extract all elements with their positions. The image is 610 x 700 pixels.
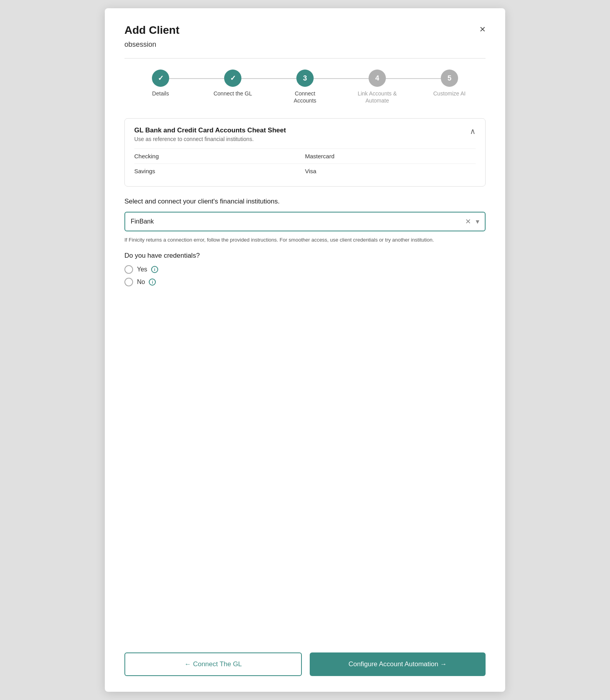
cheat-sheet-cell-right: Mastercard — [305, 153, 476, 159]
radio-label-yes: Yes — [137, 266, 147, 273]
radio-item-no: Noi — [124, 278, 486, 286]
step-circle-4: 4 — [369, 70, 386, 87]
credentials-label: Do you have credentials? — [124, 252, 486, 260]
step-3: 3Connect Accounts — [269, 70, 341, 104]
info-icon-yes[interactable]: i — [151, 266, 158, 273]
step-2: ✓Connect the GL — [197, 70, 269, 97]
add-client-modal: Add Client × obsession ✓Details✓Connect … — [105, 8, 505, 692]
cheat-sheet-row: CheckingMastercard — [134, 148, 476, 163]
radio-yes[interactable] — [124, 265, 133, 274]
cheat-sheet-cell-right: Visa — [305, 168, 476, 174]
modal-title: Add Client — [124, 24, 179, 37]
institution-input[interactable] — [131, 213, 465, 231]
modal-footer: ← Connect The GL Configure Account Autom… — [124, 637, 486, 676]
step-circle-5: 5 — [441, 70, 458, 87]
clear-icon[interactable]: ✕ — [465, 217, 471, 226]
radio-label-no: No — [137, 279, 145, 286]
back-button[interactable]: ← Connect The GL — [124, 652, 302, 676]
step-label-2: Connect the GL — [214, 90, 252, 97]
step-5: 5Customize AI — [413, 70, 486, 97]
step-label-3: Connect Accounts — [283, 90, 327, 104]
step-label-1: Details — [152, 90, 169, 97]
cheat-sheet-title: GL Bank and Credit Card Accounts Cheat S… — [134, 126, 286, 134]
cheat-sheet-titles: GL Bank and Credit Card Accounts Cheat S… — [134, 126, 286, 142]
cheat-sheet-cell-left: Checking — [134, 153, 305, 159]
collapse-icon[interactable]: ∧ — [470, 126, 476, 136]
cheat-sheet-header: GL Bank and Credit Card Accounts Cheat S… — [134, 126, 476, 142]
radio-item-yes: Yesi — [124, 265, 486, 274]
step-4: 4Link Accounts & Automate — [341, 70, 413, 104]
radio-no[interactable] — [124, 278, 133, 286]
info-icon-no[interactable]: i — [149, 279, 156, 286]
cheat-sheet: GL Bank and Credit Card Accounts Cheat S… — [124, 118, 486, 187]
stepper: ✓Details✓Connect the GL3Connect Accounts… — [124, 70, 486, 104]
section-label: Select and connect your client's financi… — [124, 198, 486, 205]
input-icons: ✕ ▾ — [465, 217, 479, 226]
cheat-sheet-subtitle: Use as reference to connect financial in… — [134, 136, 286, 142]
cheat-sheet-rows: CheckingMastercardSavingsVisa — [134, 148, 476, 178]
cheat-sheet-row: SavingsVisa — [134, 163, 476, 178]
step-label-4: Link Accounts & Automate — [356, 90, 399, 104]
step-circle-1: ✓ — [152, 70, 169, 87]
step-circle-3: 3 — [296, 70, 314, 87]
cheat-sheet-cell-left: Savings — [134, 168, 305, 174]
dropdown-icon[interactable]: ▾ — [476, 217, 479, 226]
institution-input-wrapper: ✕ ▾ — [124, 212, 486, 231]
next-button[interactable]: Configure Account Automation → — [310, 652, 486, 676]
helper-text: If Finicity returns a connection error, … — [124, 236, 486, 244]
credentials-radio-group: YesiNoi — [124, 265, 486, 286]
step-circle-2: ✓ — [224, 70, 241, 87]
client-name: obsession — [124, 40, 486, 49]
step-1: ✓Details — [124, 70, 197, 97]
header-divider — [124, 58, 486, 59]
modal-header: Add Client × — [124, 24, 486, 37]
step-label-5: Customize AI — [433, 90, 466, 97]
close-button[interactable]: × — [480, 24, 486, 34]
